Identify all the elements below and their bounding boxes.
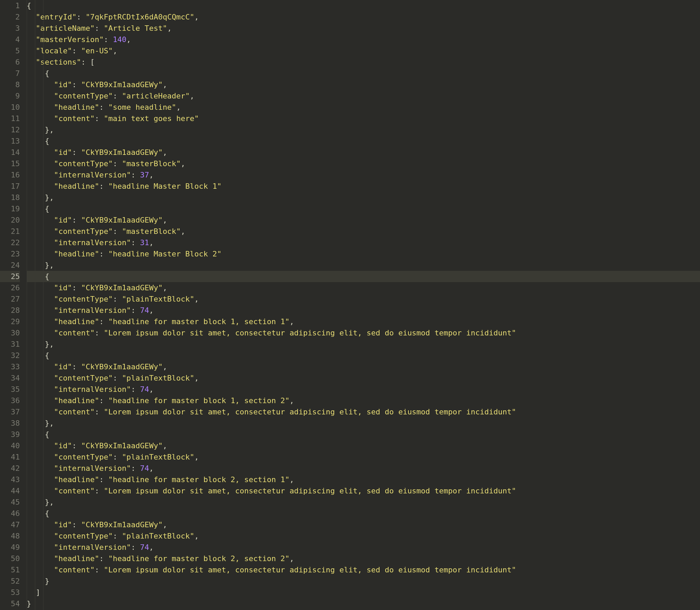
code-line[interactable]: "contentType": "plainTextBlock", bbox=[27, 451, 700, 463]
line-number[interactable]: 30 bbox=[0, 327, 20, 339]
line-number[interactable]: 50 bbox=[0, 553, 20, 564]
line-number[interactable]: 6 bbox=[0, 56, 20, 68]
code-line[interactable]: "id": "CkYB9xIm1aadGEWy", bbox=[27, 147, 700, 158]
code-line[interactable]: "content": "main text goes here" bbox=[27, 113, 700, 124]
code-line[interactable]: "content": "Lorem ipsum dolor sit amet, … bbox=[27, 485, 700, 496]
line-number[interactable]: 17 bbox=[0, 181, 20, 192]
line-number[interactable]: 2 bbox=[0, 11, 20, 23]
code-line[interactable]: "internalVersion": 31, bbox=[27, 237, 700, 248]
code-line[interactable]: { bbox=[27, 203, 700, 214]
code-line[interactable]: "contentType": "plainTextBlock", bbox=[27, 530, 700, 542]
code-line[interactable]: { bbox=[27, 350, 700, 361]
line-number[interactable]: 40 bbox=[0, 440, 20, 451]
line-number[interactable]: 20 bbox=[0, 214, 20, 226]
code-line[interactable]: }, bbox=[27, 417, 700, 429]
code-line[interactable]: "internalVersion": 37, bbox=[27, 169, 700, 181]
line-number[interactable]: 31 bbox=[0, 339, 20, 350]
code-line[interactable]: { bbox=[27, 68, 700, 79]
line-number[interactable]: 39 bbox=[0, 429, 20, 440]
line-number[interactable]: 38 bbox=[0, 417, 20, 429]
line-number[interactable]: 42 bbox=[0, 463, 20, 474]
code-line[interactable]: "id": "CkYB9xIm1aadGEWy", bbox=[27, 519, 700, 530]
line-number[interactable]: 27 bbox=[0, 293, 20, 305]
code-line[interactable]: "content": "Lorem ipsum dolor sit amet, … bbox=[27, 327, 700, 339]
line-number[interactable]: 16 bbox=[0, 169, 20, 181]
code-line[interactable]: "entryId": "7qkFptRCDtIx6dA0qCQmcC", bbox=[27, 11, 700, 23]
code-line[interactable]: "sections": [ bbox=[27, 56, 700, 68]
code-line[interactable]: }, bbox=[27, 260, 700, 271]
line-number[interactable]: 37 bbox=[0, 406, 20, 417]
code-line[interactable]: "headline": "headline Master Block 2" bbox=[27, 248, 700, 260]
code-line[interactable]: "id": "CkYB9xIm1aadGEWy", bbox=[27, 282, 700, 293]
line-number-gutter[interactable]: 1234567891011121314151617181920212223242… bbox=[0, 0, 25, 610]
code-line[interactable]: "headline": "headline for master block 2… bbox=[27, 474, 700, 485]
line-number[interactable]: 52 bbox=[0, 575, 20, 587]
code-line[interactable]: } bbox=[27, 575, 700, 587]
line-number[interactable]: 13 bbox=[0, 135, 20, 147]
line-number[interactable]: 3 bbox=[0, 23, 20, 34]
line-number[interactable]: 29 bbox=[0, 316, 20, 327]
code-line[interactable]: }, bbox=[27, 124, 700, 135]
line-number[interactable]: 47 bbox=[0, 519, 20, 530]
line-number[interactable]: 22 bbox=[0, 237, 20, 248]
code-line[interactable]: "content": "Lorem ipsum dolor sit amet, … bbox=[27, 406, 700, 417]
code-line[interactable]: "locale": "en-US", bbox=[27, 45, 700, 56]
code-line[interactable]: "headline": "headline for master block 2… bbox=[27, 553, 700, 564]
line-number[interactable]: 26 bbox=[0, 282, 20, 293]
line-number[interactable]: 24 bbox=[0, 260, 20, 271]
line-number[interactable]: 44 bbox=[0, 485, 20, 496]
code-line[interactable]: "articleName": "Article Test", bbox=[27, 23, 700, 34]
code-line[interactable]: "headline": "headline for master block 1… bbox=[27, 316, 700, 327]
line-number[interactable]: 43 bbox=[0, 474, 20, 485]
line-number[interactable]: 25 bbox=[0, 271, 20, 282]
code-line[interactable]: "id": "CkYB9xIm1aadGEWy", bbox=[27, 440, 700, 451]
line-number[interactable]: 54 bbox=[0, 598, 20, 609]
code-line[interactable]: "content": "Lorem ipsum dolor sit amet, … bbox=[27, 564, 700, 575]
line-number[interactable]: 5 bbox=[0, 45, 20, 56]
code-line[interactable]: "contentType": "masterBlock", bbox=[27, 158, 700, 169]
line-number[interactable]: 49 bbox=[0, 542, 20, 553]
line-number[interactable]: 21 bbox=[0, 226, 20, 237]
code-line[interactable]: }, bbox=[27, 339, 700, 350]
code-line[interactable]: "contentType": "articleHeader", bbox=[27, 90, 700, 102]
code-line[interactable]: "id": "CkYB9xIm1aadGEWy", bbox=[27, 79, 700, 90]
line-number[interactable]: 33 bbox=[0, 361, 20, 372]
line-number[interactable]: 1 bbox=[0, 0, 20, 11]
code-line[interactable]: "masterVersion": 140, bbox=[27, 34, 700, 45]
code-line[interactable]: "headline": "headline Master Block 1" bbox=[27, 181, 700, 192]
code-line[interactable]: } bbox=[27, 598, 700, 609]
line-number[interactable]: 34 bbox=[0, 372, 20, 384]
code-line[interactable]: "internalVersion": 74, bbox=[27, 305, 700, 316]
code-content-area[interactable]: { "entryId": "7qkFptRCDtIx6dA0qCQmcC", "… bbox=[25, 0, 700, 610]
line-number[interactable]: 11 bbox=[0, 113, 20, 124]
line-number[interactable]: 7 bbox=[0, 68, 20, 79]
code-line[interactable]: "id": "CkYB9xIm1aadGEWy", bbox=[27, 214, 700, 226]
line-number[interactable]: 36 bbox=[0, 395, 20, 406]
line-number[interactable]: 35 bbox=[0, 384, 20, 395]
line-number[interactable]: 41 bbox=[0, 451, 20, 463]
line-number[interactable]: 18 bbox=[0, 192, 20, 203]
line-number[interactable]: 48 bbox=[0, 530, 20, 542]
line-number[interactable]: 14 bbox=[0, 147, 20, 158]
code-line[interactable]: { bbox=[27, 271, 700, 282]
code-line[interactable]: "contentType": "plainTextBlock", bbox=[27, 293, 700, 305]
line-number[interactable]: 28 bbox=[0, 305, 20, 316]
line-number[interactable]: 51 bbox=[0, 564, 20, 575]
code-editor[interactable]: 1234567891011121314151617181920212223242… bbox=[0, 0, 700, 610]
line-number[interactable]: 10 bbox=[0, 102, 20, 113]
code-line[interactable]: { bbox=[27, 429, 700, 440]
line-number[interactable]: 8 bbox=[0, 79, 20, 90]
line-number[interactable]: 45 bbox=[0, 496, 20, 508]
code-line[interactable]: "internalVersion": 74, bbox=[27, 542, 700, 553]
code-line[interactable]: "id": "CkYB9xIm1aadGEWy", bbox=[27, 361, 700, 372]
code-line[interactable]: }, bbox=[27, 192, 700, 203]
code-line[interactable]: ] bbox=[27, 587, 700, 598]
line-number[interactable]: 15 bbox=[0, 158, 20, 169]
code-line[interactable]: "headline": "headline for master block 1… bbox=[27, 395, 700, 406]
code-line[interactable]: "contentType": "plainTextBlock", bbox=[27, 372, 700, 384]
line-number[interactable]: 23 bbox=[0, 248, 20, 260]
code-line[interactable]: "internalVersion": 74, bbox=[27, 384, 700, 395]
line-number[interactable]: 46 bbox=[0, 508, 20, 519]
code-line[interactable]: "contentType": "masterBlock", bbox=[27, 226, 700, 237]
code-line[interactable]: "headline": "some headline", bbox=[27, 102, 700, 113]
